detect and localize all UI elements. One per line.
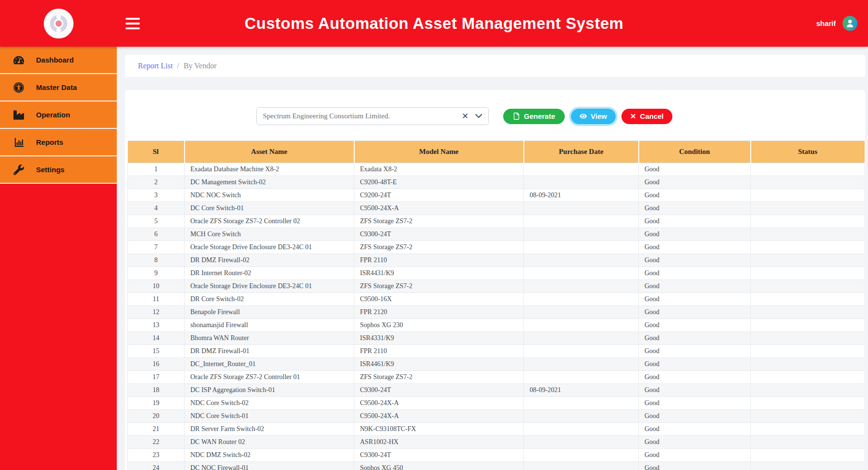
view-button[interactable]: View (571, 109, 616, 124)
asset-name-cell: NDC Core Switch-01 (185, 410, 354, 423)
file-icon (513, 113, 520, 120)
status-cell (751, 332, 865, 345)
breadcrumb-link-report-list[interactable]: Report List (138, 62, 173, 70)
chevron-down-icon[interactable] (473, 114, 482, 118)
condition-cell: Good (639, 436, 751, 449)
status-cell (751, 215, 865, 228)
table-row: 23NDC DMZ Switch-02C9300-24TGood (128, 449, 865, 462)
table-row: 5Oracle ZFS Storage ZS7-2 Controller 02Z… (128, 215, 865, 228)
table-row: 13shonamasjid FirewallSophos XG 230Good (128, 319, 865, 332)
column-header-model-name: Model Name (354, 141, 524, 163)
table-row: 7Oracle Storage Drive Enclosure DE3-24C … (128, 241, 865, 254)
status-cell (751, 384, 865, 397)
asset-name-cell: MCH Core Switch (185, 228, 354, 241)
purchase-date-cell (524, 215, 639, 228)
condition-cell: Good (639, 241, 751, 254)
vendor-select-value: Spectrum Engineering Consortium Limited. (263, 112, 457, 120)
asset-name-cell: DR Server Farm Switch-02 (185, 423, 354, 436)
vendor-select[interactable]: Spectrum Engineering Consortium Limited.… (256, 107, 489, 125)
asset-name-cell: Oracle ZFS Storage ZS7-2 Controller 02 (185, 215, 354, 228)
sl-cell: 4 (128, 202, 185, 215)
sl-cell: 20 (128, 410, 185, 423)
purchase-date-cell: 08-09-2021 (524, 384, 639, 397)
table-row: 11DR Core Switch-02C9500-16XGood (128, 293, 865, 306)
sl-cell: 8 (128, 254, 185, 267)
table-row: 22DC WAN Router 02ASR1002-HXGood (128, 436, 865, 449)
column-header-asset-name: Asset Name (185, 141, 354, 163)
sl-cell: 1 (128, 163, 185, 176)
sidebar-item-label: Reports (36, 138, 63, 146)
status-cell (751, 306, 865, 319)
model-name-cell: C9200-24T (354, 189, 524, 202)
asset-name-cell: DC Core Switch-01 (185, 202, 354, 215)
purchase-date-cell (524, 293, 639, 306)
sl-cell: 24 (128, 462, 185, 470)
purchase-date-cell (524, 306, 639, 319)
sl-cell: 21 (128, 423, 185, 436)
asset-table: SlAsset NameModel NamePurchase DateCondi… (127, 140, 865, 470)
table-row: 1Exadata Database Machine X8-2Exadata X8… (128, 163, 865, 176)
sidebar: Dashboard Master Data Operation Reports … (0, 47, 117, 470)
model-name-cell: ZFS Storage ZS7-2 (354, 371, 524, 384)
model-name-cell: ISR4331/K9 (354, 332, 524, 345)
status-cell (751, 202, 865, 215)
table-row: 14Bhomra WAN RouterISR4331/K9Good (128, 332, 865, 345)
table-row: 2DC Management Switch-02C9200-48T-EGood (128, 176, 865, 189)
filter-row: Spectrum Engineering Consortium Limited.… (256, 107, 863, 125)
cancel-button[interactable]: ✕ Cancel (621, 109, 672, 124)
model-name-cell: C9200-48T-E (354, 176, 524, 189)
model-name-cell: Sophos XG 450 (354, 462, 524, 470)
asset-name-cell: NDC Core Switch-02 (185, 397, 354, 410)
logo-wrap (0, 9, 117, 38)
sidebar-item-operation[interactable]: Operation (0, 102, 117, 129)
sl-cell: 22 (128, 436, 185, 449)
asset-name-cell: DR DMZ Firewall-01 (185, 345, 354, 358)
status-cell (751, 228, 865, 241)
model-name-cell: C9500-24X-A (354, 410, 524, 423)
hamburger-menu-icon[interactable] (125, 18, 140, 29)
purchase-date-cell: 08-09-2021 (524, 189, 639, 202)
purchase-date-cell (524, 254, 639, 267)
table-row: 21DR Server Farm Switch-02N9K-C93108TC-F… (128, 423, 865, 436)
app-header: Customs Automation Asset Management Syst… (0, 0, 868, 47)
model-name-cell: C9500-24X-A (354, 202, 524, 215)
sidebar-item-settings[interactable]: Settings (0, 156, 117, 184)
asset-name-cell: DC NOC Firewall-01 (185, 462, 354, 470)
column-header-condition: Condition (639, 141, 751, 163)
sl-cell: 2 (128, 176, 185, 189)
status-cell (751, 436, 865, 449)
table-row: 3NDC NOC SwitchC9200-24T08-09-2021Good (128, 189, 865, 202)
asset-name-cell: DC WAN Router 02 (185, 436, 354, 449)
sl-cell: 16 (128, 358, 185, 371)
sidebar-item-reports[interactable]: Reports (0, 129, 117, 156)
purchase-date-cell (524, 397, 639, 410)
model-name-cell: ISR4461/K9 (354, 358, 524, 371)
purchase-date-cell (524, 449, 639, 462)
table-row: 10Oracle Storage Drive Enclosure DE3-24C… (128, 280, 865, 293)
sl-cell: 15 (128, 345, 185, 358)
column-header-status: Status (751, 141, 865, 163)
generate-button[interactable]: Generate (503, 109, 565, 124)
view-button-label: View (591, 112, 607, 120)
purchase-date-cell (524, 280, 639, 293)
asset-name-cell: Oracle ZFS Storage ZS7-2 Controller 01 (185, 371, 354, 384)
purchase-date-cell (524, 462, 639, 470)
condition-cell: Good (639, 358, 751, 371)
user-avatar[interactable] (843, 16, 857, 31)
sidebar-item-master-data[interactable]: Master Data (0, 74, 117, 102)
asset-name-cell: shonamasjid Firewall (185, 319, 354, 332)
condition-cell: Good (639, 293, 751, 306)
universal-access-icon (13, 82, 25, 93)
status-cell (751, 254, 865, 267)
model-name-cell: C9300-24T (354, 449, 524, 462)
bar-chart-icon (13, 137, 25, 148)
asset-name-cell: DC ISP Aggregation Switch-01 (185, 384, 354, 397)
breadcrumb: Report List / By Vendor (125, 55, 865, 77)
sl-cell: 13 (128, 319, 185, 332)
table-row: 16DC_Internet_Router_01ISR4461/K9Good (128, 358, 865, 371)
purchase-date-cell (524, 319, 639, 332)
sidebar-item-dashboard[interactable]: Dashboard (0, 47, 117, 74)
status-cell (751, 345, 865, 358)
eye-icon (580, 113, 587, 120)
clear-selection-icon[interactable]: ✕ (457, 112, 473, 120)
